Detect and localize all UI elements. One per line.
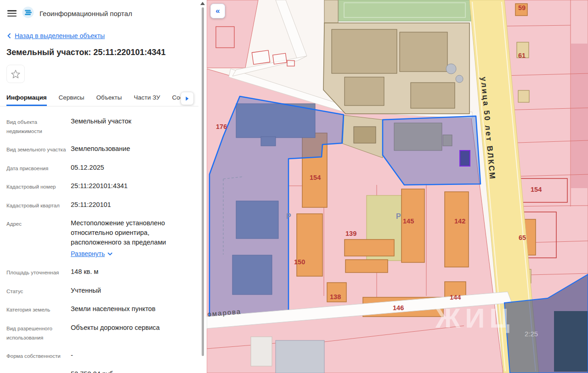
green-field (339, 0, 471, 21)
parcel-number: 145 (403, 217, 414, 225)
panel-scrollbar[interactable] (199, 0, 207, 373)
tab-bar: Информация Сервисы Объекты Части ЗУ Сост… (0, 89, 198, 106)
field-label: Форма собственности (6, 351, 71, 361)
field-row-address: Адрес Местоположение установлено относит… (6, 218, 193, 259)
menu-icon[interactable] (7, 10, 17, 17)
field-row: Категория земельЗемли населенных пунктов (6, 304, 193, 315)
parking-label: P (286, 212, 291, 220)
info-panel: Геоинформационный портал Назад в выделен… (0, 0, 207, 373)
field-row: Площадь уточненная148 кв. м (6, 267, 193, 278)
field-label: Адрес (6, 218, 71, 229)
expand-address-link[interactable]: Развернуть (71, 249, 113, 258)
field-row: Кадастровая стоимость52 758,04 руб. (6, 369, 193, 373)
field-value: Местоположение установлено относительно … (71, 218, 193, 259)
field-label: Кадастровый номер (6, 181, 71, 192)
field-value: Объекты дорожного сервиса (71, 323, 160, 333)
parcel-number: 61 (518, 52, 526, 59)
field-value: 148 кв. м (71, 267, 98, 277)
field-row: Кадастровый номер25:11:220101:4341 (6, 181, 193, 192)
field-list: Вид объекта недвижимостиЗемельный участо… (0, 106, 207, 373)
tab-objects[interactable]: Объекты (96, 89, 122, 106)
parking-label: P (396, 212, 401, 220)
scrollbar-thumb[interactable] (202, 7, 204, 356)
field-label: Вид объекта недвижимости (6, 117, 71, 136)
tab-information[interactable]: Информация (6, 89, 47, 106)
watermark-text: ЖИЦ (435, 303, 514, 334)
field-value: 25:11:220101:4341 (71, 181, 128, 191)
field-value: Земли населенных пунктов (71, 304, 155, 314)
parcel-number: 150 (294, 258, 305, 266)
gray-building-south (276, 340, 324, 373)
field-value: 52 758,04 руб. (71, 369, 115, 373)
address-text: Местоположение установлено относительно … (71, 219, 166, 246)
field-label: Вид разрешенного использования (6, 323, 71, 342)
parcel-number: 144 (450, 294, 461, 301)
parcel-number: 146 (393, 304, 404, 312)
page-title: Земельный участок: 25:11:220101:4341 (6, 48, 199, 57)
back-link[interactable]: Назад в выделенные объекты (0, 32, 207, 39)
chevron-right-icon (186, 96, 189, 101)
light-building-south (251, 337, 272, 366)
field-row: Форма собственности- (6, 351, 193, 361)
field-row: Вид земельного участкаЗемлепользование (6, 144, 193, 155)
field-row: Кадастровый квартал25:11:220101 (6, 200, 193, 211)
selected-land-parcel[interactable] (460, 150, 470, 166)
field-label: Кадастровый квартал (6, 200, 71, 211)
field-label: Кадастровая стоимость (6, 369, 71, 373)
parcel-number: 65 (519, 234, 526, 241)
field-row: Вид разрешенного использованияОбъекты до… (6, 323, 193, 342)
field-label: Дата присвоения (6, 163, 71, 173)
cadastral-map[interactable]: 176 154 139 145 142 150 138 146 144 59 6… (207, 0, 588, 373)
parcel-number: 59 (518, 4, 526, 11)
parcel-number: 154 (531, 186, 542, 193)
parcel-number: 139 (345, 230, 356, 237)
field-value: 25:11:220101 (71, 200, 111, 210)
back-link-label[interactable]: Назад в выделенные объекты (15, 32, 105, 39)
tank-structure (456, 75, 463, 83)
scroll-up-arrow-icon[interactable] (200, 2, 205, 5)
field-value: Земельный участок (71, 117, 131, 126)
chevron-left-icon (7, 33, 11, 39)
field-value: 05.12.2025 (71, 163, 104, 173)
star-icon (11, 70, 20, 78)
watermark-id: 2:25 (525, 330, 538, 338)
tabs-scroll-right-button[interactable] (181, 92, 194, 105)
favorite-button[interactable] (6, 65, 25, 83)
field-label: Категория земель (6, 304, 71, 315)
field-row: Дата присвоения05.12.2025 (6, 163, 193, 173)
field-row: Вид объекта недвижимостиЗемельный участо… (6, 117, 193, 136)
map-canvas[interactable]: 176 154 139 145 142 150 138 146 144 59 6… (207, 0, 588, 373)
expand-address-label[interactable]: Развернуть (71, 249, 105, 258)
portal-logo-icon (22, 6, 34, 20)
panel-header: Геоинформационный портал (0, 0, 207, 23)
collapse-panel-button[interactable]: « (210, 4, 225, 18)
field-label: Вид земельного участка (6, 144, 71, 155)
app-title: Геоинформационный портал (40, 10, 132, 17)
parcel-number: 154 (310, 174, 321, 181)
tan-block (324, 0, 338, 23)
field-value: - (71, 351, 73, 360)
chevron-down-icon (107, 252, 113, 256)
field-label: Площадь уточненная (6, 267, 71, 278)
tan-parcel-building (354, 127, 376, 143)
parcel-number: 142 (454, 217, 465, 225)
tab-parts[interactable]: Части ЗУ (134, 89, 160, 106)
field-value: Землепользование (71, 144, 130, 154)
parcel-strip-right[interactable] (571, 44, 588, 188)
tab-services[interactable]: Сервисы (59, 89, 85, 106)
parcel-number: 138 (330, 293, 341, 301)
field-label: Статус (6, 286, 71, 296)
field-value: Учтенный (71, 286, 101, 295)
field-row: СтатусУчтенный (6, 286, 193, 296)
tank-structure (446, 64, 456, 74)
parcel-number: 176 (216, 123, 227, 130)
